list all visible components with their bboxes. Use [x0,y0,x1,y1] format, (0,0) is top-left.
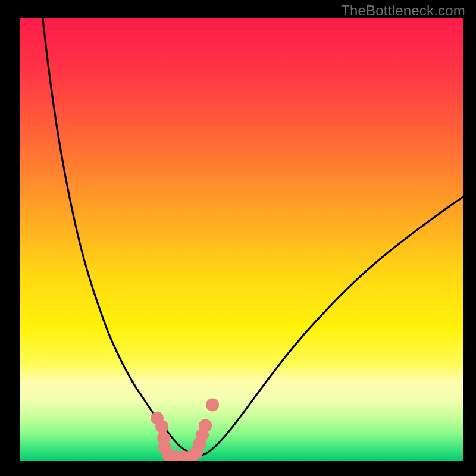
marker-dot [199,419,212,432]
marker-dot [206,398,219,411]
chart-svg [20,18,463,461]
chart-frame: TheBottleneck.com [0,0,476,476]
marker-dot [155,420,168,433]
watermark-text: TheBottleneck.com [341,2,465,19]
plot-area [20,18,463,461]
gradient-background [20,18,463,461]
